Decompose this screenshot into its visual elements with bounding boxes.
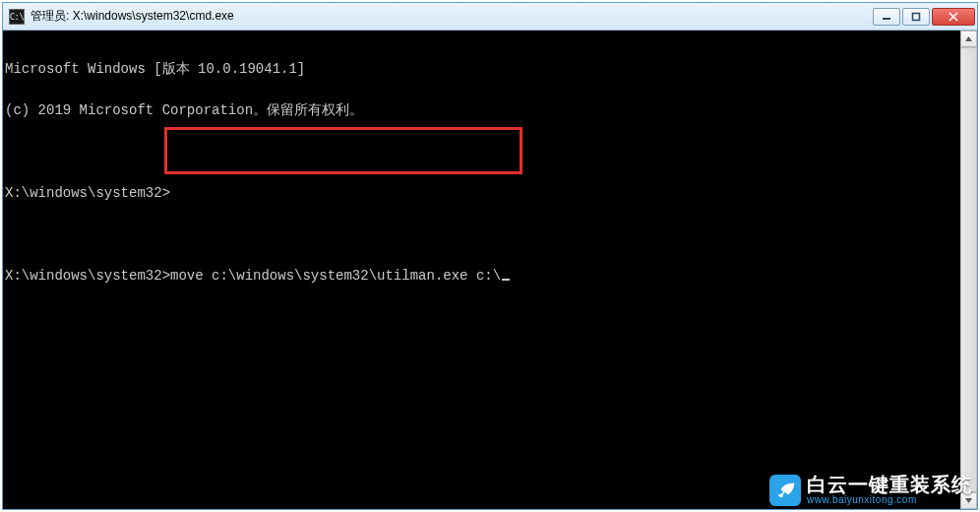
prompt: X:\windows\system32> (5, 268, 170, 284)
cursor (502, 279, 510, 281)
scroll-up-button[interactable] (960, 31, 977, 47)
svg-rect-1 (913, 13, 920, 20)
window-buttons (873, 8, 975, 26)
client-area: Microsoft Windows [版本 10.0.19041.1] (c) … (3, 31, 977, 509)
term-prompt: X:\windows\system32>move c:\windows\syst… (5, 269, 958, 283)
cmd-window: C:\ 管理员: X:\windows\system32\cmd.exe Mic… (2, 2, 978, 510)
minimize-button[interactable] (873, 8, 900, 26)
vertical-scrollbar[interactable] (960, 31, 977, 509)
maximize-button[interactable] (902, 8, 930, 26)
cmd-icon: C:\ (9, 9, 25, 25)
close-button[interactable] (932, 8, 975, 26)
term-line (5, 227, 958, 241)
term-line (5, 145, 958, 159)
titlebar[interactable]: C:\ 管理员: X:\windows\system32\cmd.exe (3, 3, 977, 31)
term-line: Microsoft Windows [版本 10.0.19041.1] (5, 62, 958, 76)
prompt: X:\windows\system32> (5, 185, 170, 201)
window-title: 管理员: X:\windows\system32\cmd.exe (31, 8, 873, 25)
term-prompt: X:\windows\system32> (5, 186, 958, 200)
terminal[interactable]: Microsoft Windows [版本 10.0.19041.1] (c) … (3, 31, 960, 509)
svg-marker-4 (965, 36, 972, 41)
scroll-down-button[interactable] (960, 492, 977, 509)
term-line: (c) 2019 Microsoft Corporation。保留所有权利。 (5, 103, 958, 117)
scroll-track[interactable] (960, 47, 977, 492)
scroll-thumb[interactable] (960, 47, 977, 492)
svg-marker-5 (965, 498, 972, 503)
command-input: move c:\windows\system32\utilman.exe c:\ (170, 268, 501, 284)
